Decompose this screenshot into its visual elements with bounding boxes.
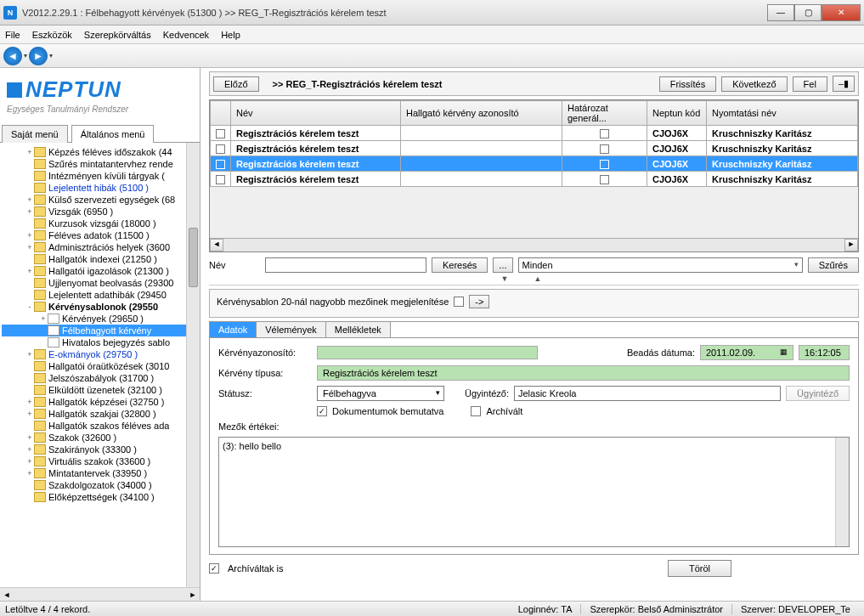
tree-item[interactable]: Ujjlenyomat beolvasás (29300 bbox=[2, 277, 198, 289]
delete-button[interactable]: Töröl bbox=[668, 560, 731, 577]
tree-item[interactable]: Hallgatói óraütközések (3010 bbox=[2, 360, 198, 372]
table-row[interactable]: Regisztrációs kérelem tesztCJOJ6XKruschn… bbox=[211, 156, 858, 172]
check-archivalt[interactable] bbox=[471, 406, 481, 416]
tree-item[interactable]: +Szakirányok (33300 ) bbox=[2, 444, 198, 455]
tree-item[interactable]: Előképzettségek (34100 ) bbox=[2, 491, 198, 503]
tree-item[interactable]: Kurzusok vizsgái (18000 ) bbox=[2, 218, 198, 229]
field-status[interactable]: Félbehagyva bbox=[317, 386, 444, 401]
col-hka[interactable]: Hallgató kérvény azonosító bbox=[401, 101, 562, 126]
grid-hscroll[interactable]: ◄► bbox=[210, 238, 858, 251]
tree-item[interactable]: +Vizsgák (6950 ) bbox=[2, 206, 198, 218]
col-nkod[interactable]: Neptun kód bbox=[647, 101, 707, 126]
table-row[interactable]: Regisztrációs kérelem tesztCJOJ6XKruschn… bbox=[211, 141, 858, 156]
tree-item[interactable]: +Mintatantervek (33950 ) bbox=[2, 467, 198, 479]
tree-item[interactable]: +Szakok (32600 ) bbox=[2, 432, 198, 444]
memo-mezok[interactable]: (3): hello bello bbox=[218, 437, 850, 547]
pin-button[interactable]: –▮ bbox=[833, 76, 855, 92]
filter-combo[interactable]: Minden bbox=[518, 257, 803, 273]
field-kaz bbox=[317, 346, 538, 359]
filter-button[interactable]: Szűrés bbox=[808, 257, 859, 273]
calendar-icon[interactable]: ▦ bbox=[780, 348, 788, 356]
content: Előző >> REG_T-Regisztrációs kérelem tes… bbox=[200, 68, 864, 601]
search-more-button[interactable]: ... bbox=[493, 257, 512, 273]
field-ugy[interactable]: Jelasic Kreola bbox=[514, 386, 781, 401]
tree-hscroll[interactable]: ◄► bbox=[0, 587, 200, 601]
sidebar: NEPTUN Egységes Tanulmányi Rendszer Sajá… bbox=[0, 68, 200, 601]
tree-item[interactable]: Hivatalos bejegyzés sablo bbox=[2, 336, 198, 348]
detail-tabs: Adatok Vélemények Mellékletek bbox=[209, 321, 859, 337]
check-dokumentumok[interactable]: ✓ bbox=[317, 406, 327, 416]
menu-file[interactable]: File bbox=[5, 30, 20, 40]
menu-kedvencek[interactable]: Kedvencek bbox=[163, 30, 209, 40]
field-bead-date[interactable]: 2011.02.09.▦ bbox=[700, 345, 793, 360]
menu-szerepkor[interactable]: Szerepkörváltás bbox=[84, 30, 151, 40]
tree-item[interactable]: +Hallgatók képzései (32750 ) bbox=[2, 396, 198, 408]
back-button[interactable]: ◄ bbox=[3, 47, 22, 65]
detail-form: Kérvényazonosító: Beadás dátuma: 2011.02… bbox=[209, 337, 859, 555]
tree-item[interactable]: +Adminisztrációs helyek (3600 bbox=[2, 241, 198, 253]
refresh-button[interactable]: Frissítés bbox=[659, 76, 717, 92]
menu-eszkozok[interactable]: Eszközök bbox=[32, 30, 72, 40]
tree-item[interactable]: Lejelentett adathibák (29450 bbox=[2, 289, 198, 301]
splitter[interactable]: ▼▲ bbox=[209, 273, 859, 285]
memo-text: (3): hello bello bbox=[223, 441, 281, 451]
tree-item[interactable]: +Képzés féléves időszakok (44 bbox=[2, 146, 198, 158]
breadcrumb: >> REG_T-Regisztrációs kérelem teszt bbox=[264, 79, 654, 89]
tree-item[interactable]: Szakdolgozatok (34000 ) bbox=[2, 479, 198, 491]
close-button[interactable]: ✕ bbox=[822, 4, 861, 21]
maximize-button[interactable]: ▢ bbox=[794, 4, 822, 21]
search-label: Név bbox=[209, 260, 260, 270]
col-nev[interactable]: Név bbox=[231, 101, 401, 126]
search-input[interactable] bbox=[265, 257, 426, 273]
tree-item[interactable]: Jelszószabályok (31700 ) bbox=[2, 372, 198, 384]
tree-item[interactable]: Intézményen kívüli tárgyak ( bbox=[2, 170, 198, 182]
col-check[interactable] bbox=[211, 101, 231, 126]
check-archivaltak-is[interactable]: ✓ bbox=[209, 563, 219, 574]
col-nynev[interactable]: Nyomtatási név bbox=[707, 101, 858, 126]
tree-item[interactable]: +Hallgatók szakjai (32800 ) bbox=[2, 408, 198, 420]
ugyintezo-button[interactable]: Ügyintéző bbox=[786, 386, 850, 401]
tree-item[interactable]: Lejelentett hibák (5100 ) bbox=[2, 182, 198, 194]
tab-velemenyek[interactable]: Vélemények bbox=[257, 322, 326, 337]
tree-item[interactable]: +Virtuális szakok (33600 ) bbox=[2, 455, 198, 467]
panel-apply-button[interactable]: -> bbox=[469, 295, 489, 308]
status-login: Loginnév: TA bbox=[510, 604, 582, 614]
up-button[interactable]: Fel bbox=[793, 76, 827, 92]
tree-item[interactable]: Hallgatók indexei (21250 ) bbox=[2, 253, 198, 265]
tree-item[interactable]: +Kérvények (29650 ) bbox=[2, 313, 198, 325]
memo-scrollbar[interactable] bbox=[835, 438, 849, 546]
tree-item[interactable]: Elküldött üzenetek (32100 ) bbox=[2, 384, 198, 396]
panel-check[interactable] bbox=[454, 297, 464, 307]
tab-adatok[interactable]: Adatok bbox=[210, 322, 257, 337]
search-button[interactable]: Keresés bbox=[432, 257, 488, 273]
tab-altalanos-menu[interactable]: Általános menü bbox=[71, 125, 155, 143]
request-grid[interactable]: Név Hallgató kérvény azonosító Határozat… bbox=[209, 99, 859, 252]
tree-item[interactable]: Hallgatók szakos féléves ada bbox=[2, 420, 198, 432]
minimize-button[interactable]: — bbox=[767, 4, 794, 21]
options-panel: Kérvénysablon 20-nál nagyobb mezőinek me… bbox=[209, 289, 859, 318]
tree-item[interactable]: Félbehagyott kérvény bbox=[2, 325, 198, 336]
next-button[interactable]: Következő bbox=[721, 76, 787, 92]
tree-item[interactable]: +Féléves adatok (11500 ) bbox=[2, 229, 198, 241]
tree-item[interactable]: +E-okmányok (29750 ) bbox=[2, 348, 198, 360]
tree-scrollbar[interactable] bbox=[186, 143, 200, 587]
table-row[interactable]: Regisztrációs kérelem tesztCJOJ6XKruschn… bbox=[211, 126, 858, 141]
table-row[interactable]: Regisztrációs kérelem tesztCJOJ6XKruschn… bbox=[211, 172, 858, 187]
forward-button[interactable]: ► bbox=[29, 47, 48, 65]
tree-item[interactable]: -Kérvénysablonok (29550 bbox=[2, 301, 198, 313]
tree-item[interactable]: +Külső szervezeti egységek (68 bbox=[2, 194, 198, 206]
menubar: File Eszközök Szerepkörváltás Kedvencek … bbox=[0, 25, 864, 44]
tree-item[interactable]: Szűrés mintatantervhez rende bbox=[2, 158, 198, 170]
status-role: Szerepkör: Belső Adminisztrátor bbox=[581, 604, 732, 614]
tab-sajat-menu[interactable]: Saját menü bbox=[2, 125, 68, 143]
back-dropdown[interactable]: ▾ bbox=[24, 52, 27, 59]
menu-help[interactable]: Help bbox=[221, 30, 240, 40]
tab-mellekletek[interactable]: Mellékletek bbox=[326, 322, 391, 337]
col-hg[interactable]: Határozat generál... bbox=[562, 101, 647, 126]
prev-button[interactable]: Előző bbox=[213, 76, 259, 92]
status-records: Letöltve 4 / 4 rekord. bbox=[5, 604, 260, 614]
tree-item[interactable]: +Hallgatói igazolások (21300 ) bbox=[2, 265, 198, 277]
forward-dropdown[interactable]: ▾ bbox=[49, 52, 53, 59]
tree[interactable]: +Képzés féléves időszakok (44Szűrés mint… bbox=[0, 143, 200, 587]
lbl-arch: Archívált bbox=[486, 406, 522, 416]
